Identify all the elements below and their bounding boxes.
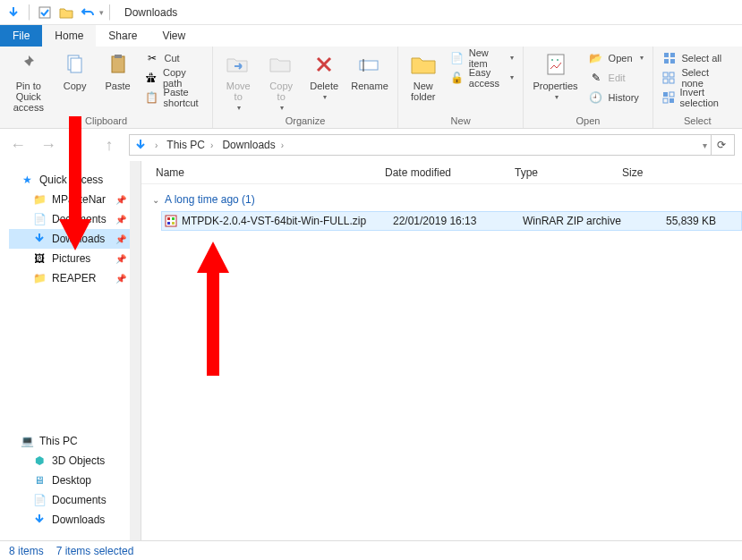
pictures-icon: 🖼	[32, 251, 47, 266]
svg-rect-20	[663, 98, 668, 103]
file-type: WinRAR ZIP archive	[523, 215, 630, 227]
back-button[interactable]: ←	[7, 134, 29, 156]
select-all-button[interactable]: Select all	[659, 48, 737, 67]
sidebar-item-reaper[interactable]: 📁REAPER📌	[9, 268, 141, 288]
breadcrumb-this-pc[interactable]: This PC›	[165, 139, 218, 151]
sidebar-quick-access[interactable]: ★ Quick access	[9, 170, 141, 190]
delete-button[interactable]: Delete▾	[304, 48, 344, 103]
scrollbar[interactable]	[130, 161, 141, 540]
edit-icon: ✎	[589, 71, 603, 85]
new-folder-button[interactable]: New folder	[404, 48, 443, 104]
down-arrow-icon	[133, 138, 148, 152]
star-icon: ★	[20, 173, 34, 187]
forward-button[interactable]: →	[38, 134, 59, 156]
tab-share[interactable]: Share	[96, 25, 149, 47]
window-title: Downloads	[124, 6, 177, 19]
svg-point-8	[551, 59, 553, 61]
easy-access-button[interactable]: 🔓Easy access▾	[447, 68, 518, 87]
open-button[interactable]: 📂Open▾	[585, 48, 647, 67]
select-none-button[interactable]: Select none	[659, 68, 737, 87]
sidebar-documents-pc[interactable]: 📄Documents	[9, 490, 141, 510]
main-area: ★ Quick access 📁MPasteNar📌 📄Documents📌 D…	[0, 161, 742, 540]
chevron-down-icon: ⌄	[152, 195, 159, 205]
tab-view[interactable]: View	[149, 25, 198, 47]
group-label-select: Select	[659, 115, 737, 128]
svg-rect-25	[167, 222, 170, 225]
navigation-pane: ★ Quick access 📁MPasteNar📌 📄Documents📌 D…	[0, 161, 141, 540]
rename-button[interactable]: Rename	[347, 48, 392, 93]
svg-rect-16	[663, 79, 668, 83]
shortcut-icon: 📋	[145, 90, 158, 105]
cut-button[interactable]: ✂Cut	[141, 48, 208, 67]
group-header[interactable]: ⌄ A long time ago (1)	[149, 190, 742, 211]
file-area[interactable]: ⌄ A long time ago (1) MTPDK-2.0.4-VST-64…	[141, 184, 742, 540]
svg-rect-17	[670, 79, 674, 83]
properties-button[interactable]: Properties▾	[529, 48, 581, 103]
ribbon-group-open: Properties▾ 📂Open▾ ✎Edit 🕘History Open	[524, 47, 652, 128]
zip-file-icon	[164, 214, 178, 228]
history-button[interactable]: 🕘History	[585, 88, 647, 106]
copy-icon	[61, 50, 90, 79]
status-selected-count: 7 items selected	[56, 545, 134, 557]
svg-rect-0	[39, 7, 50, 18]
sidebar-desktop[interactable]: 🖥Desktop	[9, 471, 141, 490]
sidebar-this-pc[interactable]: 💻This PC	[9, 431, 141, 451]
easy-access-icon: 🔓	[450, 71, 464, 85]
paste-button[interactable]: Paste	[98, 48, 138, 93]
svg-rect-15	[670, 72, 674, 77]
down-arrow-icon[interactable]	[4, 3, 23, 22]
status-bar: 8 items 7 items selected	[0, 540, 742, 560]
tab-file[interactable]: File	[0, 25, 42, 47]
folder-icon: 📁	[32, 271, 47, 285]
status-item-count: 8 items	[9, 545, 44, 557]
new-folder-icon	[409, 50, 438, 79]
pin-icon: 📌	[115, 254, 126, 264]
ribbon-group-organize: Move to▾ Copy to▾ Delete▾ Rename Organiz…	[213, 47, 398, 128]
sidebar-downloads-pc[interactable]: Downloads	[9, 510, 141, 530]
copy-to-button[interactable]: Copy to▾	[261, 48, 301, 114]
svg-rect-3	[112, 56, 124, 72]
sidebar-item-pictures[interactable]: 🖼Pictures📌	[9, 249, 141, 268]
file-name: MTPDK-2.0.4-VST-64bit-Win-FULL.zip	[178, 215, 393, 227]
edit-button[interactable]: ✎Edit	[585, 68, 647, 87]
cube-icon: ⬢	[32, 454, 47, 468]
breadcrumb-downloads[interactable]: Downloads›	[220, 139, 289, 151]
col-header-type[interactable]: Type	[515, 166, 622, 179]
col-header-name[interactable]: Name	[156, 166, 385, 179]
col-header-size[interactable]: Size	[622, 166, 712, 179]
recent-dropdown[interactable]: ▾	[68, 134, 90, 156]
paste-icon	[104, 50, 132, 79]
refresh-button[interactable]: ⟳	[711, 135, 730, 155]
sidebar-3d-objects[interactable]: ⬢3D Objects	[9, 451, 141, 471]
file-row[interactable]: MTPDK-2.0.4-VST-64bit-Win-FULL.zip 22/01…	[161, 211, 742, 231]
sidebar-item-documents[interactable]: 📄Documents📌	[9, 209, 141, 229]
svg-rect-5	[360, 61, 378, 70]
paste-shortcut-button[interactable]: 📋Paste shortcut	[141, 88, 208, 106]
address-bar[interactable]: › This PC› Downloads› ▾ ⟳	[129, 134, 735, 156]
pin-to-quick-access-button[interactable]: Pin to Quick access	[5, 48, 52, 115]
sidebar-item-downloads[interactable]: Downloads📌	[9, 229, 141, 249]
up-button[interactable]: ↑	[98, 134, 120, 156]
quick-access-toolbar: ▾	[0, 3, 117, 22]
ribbon: Pin to Quick access Copy Paste ✂Cut 🛣Cop…	[0, 47, 742, 129]
new-item-button[interactable]: 📄New item▾	[447, 48, 518, 67]
svg-rect-11	[670, 53, 675, 57]
move-to-button[interactable]: Move to▾	[218, 48, 258, 114]
address-dropdown[interactable]: ▾	[701, 140, 709, 150]
checkbox-icon[interactable]	[35, 3, 55, 22]
copy-button[interactable]: Copy	[55, 48, 95, 93]
folder-icon[interactable]	[56, 3, 76, 22]
pin-icon: 📌	[115, 215, 126, 225]
column-headers: Name Date modified Type Size	[141, 161, 742, 184]
invert-selection-button[interactable]: Invert selection	[659, 88, 737, 106]
ribbon-tabs: File Home Share View	[0, 25, 742, 47]
documents-icon: 📄	[32, 493, 47, 507]
tab-home[interactable]: Home	[42, 25, 96, 47]
copy-path-button[interactable]: 🛣Copy path	[141, 68, 208, 87]
sidebar-item-0[interactable]: 📁MPasteNar📌	[9, 190, 141, 209]
svg-rect-18	[663, 92, 668, 97]
undo-icon[interactable]	[78, 3, 98, 22]
group-label-open: Open	[529, 115, 646, 128]
col-header-date[interactable]: Date modified	[385, 166, 515, 179]
file-list-pane: Name Date modified Type Size ⌄ A long ti…	[141, 161, 742, 540]
